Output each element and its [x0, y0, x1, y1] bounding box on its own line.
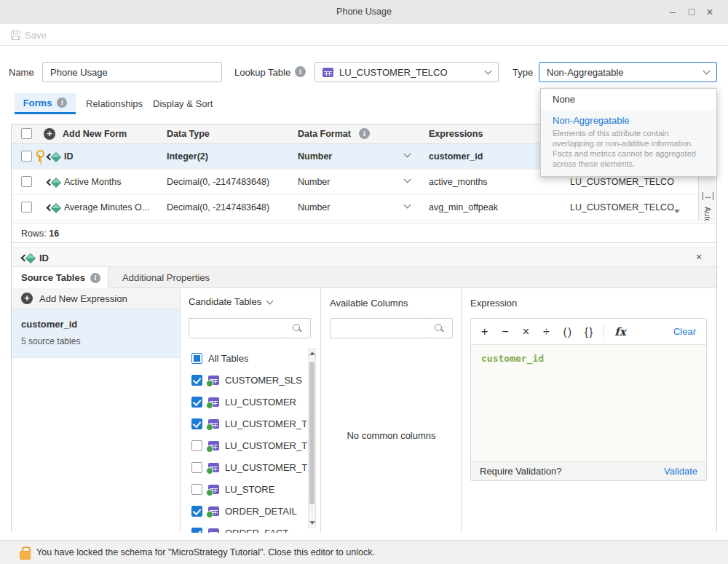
scrollbar-thumb[interactable]	[309, 362, 314, 504]
validate-button[interactable]: Validate	[664, 466, 697, 477]
form-name[interactable]: Average Minutes O...	[64, 202, 149, 213]
dropdown-item-non-aggregatable[interactable]: Non-Aggregatable Elements of this attrib…	[541, 110, 716, 176]
candidate-tables-search-input[interactable]	[189, 318, 285, 338]
search-icon	[434, 323, 444, 333]
toolbar-divider	[603, 326, 604, 338]
tab-source-tables[interactable]: Source Tables i	[12, 267, 108, 288]
maximize-icon[interactable]: □	[685, 6, 698, 19]
add-new-expression-button[interactable]: + Add New Expression	[12, 288, 180, 309]
list-item[interactable]: CUSTOMER_SLS	[191, 369, 308, 391]
tab-display-sort[interactable]: Display & Sort	[153, 98, 213, 109]
no-common-columns-text: No common columns	[321, 430, 462, 441]
form-data-format[interactable]: Number	[298, 151, 332, 162]
detail-title: ID	[39, 253, 49, 263]
candidate-tables-list: All Tables CUSTOMER_SLS LU_CUSTOMER LU_C…	[191, 347, 308, 533]
form-source-table: LU_CUSTOMER_TELCO	[570, 177, 674, 187]
candidate-list-scrollbar[interactable]	[308, 348, 316, 528]
data-type-header: Data Type	[167, 129, 210, 139]
scroll-down-icon[interactable]	[309, 521, 315, 525]
form-expression: avg_min_offpeak	[429, 202, 498, 213]
forms-info-icon[interactable]: i	[57, 98, 67, 108]
scroll-up-icon[interactable]	[309, 351, 315, 355]
add-new-form-header[interactable]: Add New Form	[63, 129, 127, 139]
row-checkbox[interactable]	[21, 176, 32, 187]
checkbox-checked[interactable]	[191, 418, 202, 429]
braces-button[interactable]: { }	[585, 326, 592, 338]
lookup-table-label: Lookup Table	[234, 67, 290, 78]
close-icon[interactable]: ×	[703, 6, 716, 19]
chevron-down-icon[interactable]	[404, 151, 411, 158]
plus-icon: +	[21, 293, 33, 304]
tab-forms[interactable]: Forms i	[15, 93, 76, 114]
checkbox-checked[interactable]	[191, 506, 202, 517]
table-icon	[208, 507, 219, 516]
expression-editor[interactable]: customer_id	[471, 345, 706, 461]
checkbox-unchecked[interactable]	[191, 440, 202, 451]
type-dropdown-menu: None Non-Aggregatable Elements of this a…	[540, 88, 717, 177]
function-button[interactable]: fx	[614, 325, 625, 338]
list-item[interactable]: LU_CUSTOMER_T	[191, 413, 308, 434]
list-item[interactable]: All Tables	[191, 347, 308, 369]
checkbox-unchecked[interactable]	[191, 462, 202, 473]
form-data-format[interactable]: Number	[298, 177, 330, 187]
available-search-button[interactable]	[426, 318, 453, 338]
list-item[interactable]: LU_CUSTOMER	[191, 391, 308, 413]
candidate-search-button[interactable]	[284, 318, 311, 338]
add-form-plus-icon[interactable]: +	[44, 128, 55, 140]
parentheses-button[interactable]: ( )	[563, 326, 571, 338]
minus-operator-button[interactable]: −	[502, 325, 508, 338]
row-checkbox[interactable]	[21, 151, 32, 162]
table-icon	[208, 485, 219, 494]
minimize-icon[interactable]: –	[666, 6, 679, 19]
form-data-type: Decimal(0, -2147483648)	[167, 177, 269, 187]
expression-list-item[interactable]: customer_id 5 source tables	[12, 309, 180, 358]
row-checkbox[interactable]	[21, 202, 32, 213]
chevron-down-icon[interactable]	[404, 176, 411, 183]
table-row[interactable]: Average Minutes O... Decimal(0, -2147483…	[12, 195, 716, 221]
list-item[interactable]: ORDER_DETAIL	[191, 500, 308, 522]
plus-operator-button[interactable]: +	[481, 325, 488, 338]
expression-label: Expression	[470, 298, 517, 309]
detail-tabs: Source Tables i Additional Properties	[12, 267, 716, 288]
detail-close-icon[interactable]: ×	[696, 251, 702, 263]
form-name[interactable]: Active Months	[64, 177, 122, 187]
list-item[interactable]: LU_STORE	[191, 478, 308, 500]
lookup-info-icon[interactable]: i	[295, 66, 306, 77]
source-tables-info-icon[interactable]: i	[90, 273, 100, 283]
tab-relationships[interactable]: Relationships	[86, 98, 143, 109]
form-data-format[interactable]: Number	[298, 202, 330, 213]
multiply-operator-button[interactable]: ×	[523, 325, 529, 338]
table-icon	[208, 528, 219, 533]
list-item[interactable]: LU_CUSTOMER_T	[191, 434, 308, 456]
divide-operator-button[interactable]: ÷	[543, 325, 550, 338]
checkbox-checked[interactable]	[191, 528, 202, 533]
checkbox-unchecked[interactable]	[191, 484, 202, 495]
name-input[interactable]	[42, 62, 222, 82]
rows-count-bar: Rows: 16	[12, 223, 716, 243]
search-icon	[292, 323, 302, 333]
checkbox-indeterminate[interactable]	[191, 353, 202, 364]
form-name[interactable]: ID	[64, 151, 74, 162]
checkbox-checked[interactable]	[191, 375, 202, 386]
tab-additional-properties[interactable]: Additional Properties	[122, 272, 210, 283]
select-all-checkbox[interactable]	[21, 128, 32, 139]
expression-toolbar: + − × ÷ ( ) { } fx Clear	[471, 319, 706, 345]
chevron-down-icon[interactable]	[404, 202, 411, 209]
table-scroll-down-icon[interactable]	[674, 210, 680, 213]
save-button[interactable]: Save	[11, 28, 47, 42]
dropdown-item-none[interactable]: None	[541, 89, 716, 110]
clear-button[interactable]: Clear	[673, 326, 696, 337]
type-select[interactable]: Non-Aggregatable	[539, 62, 717, 82]
non-aggregatable-label: Non-Aggregatable	[553, 115, 705, 126]
data-format-info-icon[interactable]: i	[359, 128, 370, 139]
checkbox-checked[interactable]	[191, 397, 202, 408]
lookup-table-select[interactable]: LU_CUSTOMER_TELCO	[314, 62, 499, 82]
list-item[interactable]: ORDER_FACT	[191, 522, 308, 533]
list-item[interactable]: LU_CUSTOMER_T	[191, 456, 308, 478]
available-columns-search-input[interactable]	[330, 318, 427, 338]
attribute-editor-window: Phone Usage – □ × Save Name Lookup Table…	[0, 0, 728, 564]
expand-column-icon[interactable]: ↔	[703, 192, 713, 200]
chevron-down-icon	[266, 297, 274, 304]
save-icon	[11, 31, 20, 40]
candidate-tables-dropdown[interactable]: Candidate Tables	[189, 296, 272, 307]
